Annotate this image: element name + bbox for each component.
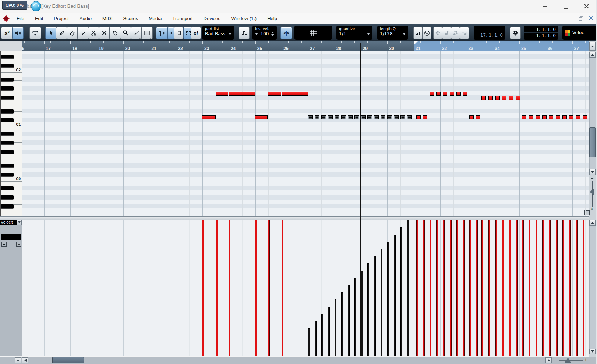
hscroll-right-button[interactable]	[545, 357, 552, 363]
midi-note[interactable]	[443, 92, 447, 96]
velocity-bar[interactable]	[456, 220, 458, 356]
vscroll-up-button[interactable]	[589, 52, 596, 58]
midi-note[interactable]	[387, 115, 392, 119]
menu-item-project[interactable]: Project	[50, 14, 72, 23]
menu-item-file[interactable]: File	[13, 14, 28, 23]
velocity-bar[interactable]	[367, 263, 369, 356]
velocity-bar[interactable]	[556, 220, 558, 356]
record-pitch-button[interactable]	[442, 27, 451, 39]
menu-item-media[interactable]: Media	[145, 14, 165, 23]
left-locator-flag-icon[interactable]	[414, 41, 418, 45]
velocity-bar[interactable]	[436, 220, 438, 356]
midi-note[interactable]	[348, 115, 353, 119]
velocity-bar[interactable]	[268, 220, 270, 356]
velocity-bar[interactable]	[348, 285, 350, 356]
velocity-bar[interactable]	[387, 242, 389, 356]
midi-note[interactable]	[255, 115, 268, 119]
lane-scroll-track[interactable]	[589, 226, 596, 349]
spin-down-icon[interactable]	[271, 34, 274, 36]
midi-note[interactable]	[394, 115, 399, 119]
acoustic-feedback-button[interactable]	[12, 27, 24, 39]
piano-key-black[interactable]	[1, 173, 14, 177]
midi-note[interactable]	[354, 115, 359, 119]
midi-note[interactable]	[321, 115, 326, 119]
midi-note[interactable]	[469, 115, 474, 119]
velocity-bar[interactable]	[522, 220, 524, 356]
piano-key-black[interactable]	[1, 132, 14, 136]
velocity-bar[interactable]	[229, 220, 230, 356]
length-quantize-field[interactable]: length Q 1/128	[377, 26, 408, 40]
velocity-bar[interactable]	[481, 220, 483, 356]
hzoom-out-label[interactable]: −	[554, 357, 557, 363]
midi-note[interactable]	[502, 96, 506, 100]
midi-note[interactable]	[361, 115, 366, 119]
glue-tool[interactable]	[109, 27, 121, 39]
midi-note[interactable]	[423, 115, 427, 119]
velocity-spinner[interactable]	[271, 32, 274, 36]
velocity-bar[interactable]	[202, 220, 204, 356]
velocity-bar[interactable]	[463, 220, 465, 356]
midi-note[interactable]	[536, 115, 540, 119]
velocity-bar[interactable]	[335, 299, 336, 356]
velocity-lane[interactable]	[22, 220, 589, 356]
midi-note[interactable]	[463, 92, 467, 96]
midi-note[interactable]	[542, 115, 547, 119]
vscroll-thumb[interactable]	[589, 127, 596, 157]
midi-note[interactable]	[335, 115, 339, 119]
piano-key-black[interactable]	[1, 195, 14, 200]
velocity-bar[interactable]	[394, 235, 396, 356]
piano-keyboard[interactable]: C2C1C0	[0, 51, 22, 216]
hzoom-in-label[interactable]: +	[584, 357, 587, 363]
solo-editor-button[interactable]: se	[1, 27, 13, 39]
velocity-bar[interactable]	[569, 220, 571, 356]
split-tool[interactable]	[88, 27, 99, 39]
record-noteon-button[interactable]	[451, 27, 460, 39]
step-input-button[interactable]	[239, 27, 250, 39]
piano-key-black[interactable]	[1, 96, 14, 100]
velocity-bar[interactable]	[341, 292, 343, 356]
piano-key-black[interactable]	[1, 186, 14, 191]
midi-note[interactable]	[488, 96, 493, 100]
midi-note[interactable]	[569, 115, 573, 119]
velocity-bar[interactable]	[423, 220, 425, 356]
controller-selector[interactable]: Velocit	[0, 220, 17, 225]
midi-note[interactable]	[562, 115, 567, 119]
velocity-bar[interactable]	[416, 220, 418, 356]
midi-note[interactable]	[456, 92, 461, 96]
move-insert-mode-button[interactable]	[433, 27, 442, 39]
menu-item-edit[interactable]: Edit	[31, 14, 47, 23]
velocity-bar[interactable]	[315, 321, 317, 356]
dropdown-arrow-icon[interactable]	[403, 33, 406, 35]
mdi-restore-button[interactable]	[577, 15, 584, 21]
midi-note[interactable]	[374, 115, 379, 119]
menu-item-help[interactable]: Help	[264, 14, 281, 23]
piano-key-black[interactable]	[1, 164, 14, 168]
show-info-button[interactable]	[29, 27, 41, 39]
menu-item-transport[interactable]: Transport	[169, 14, 196, 23]
midi-connector-button[interactable]	[422, 27, 431, 39]
lane-scroll-up-button[interactable]	[589, 220, 596, 226]
note-grid[interactable]	[22, 51, 589, 216]
step-position-display[interactable]: 17. 1. 1. 0	[474, 26, 505, 40]
piano-key-black[interactable]	[1, 64, 14, 68]
hscroll-left-button[interactable]	[22, 357, 28, 363]
midi-note[interactable]	[549, 115, 553, 119]
midi-note[interactable]	[282, 92, 308, 96]
event-indicator-button[interactable]	[413, 27, 423, 39]
part-list-field[interactable]: part list Bad Bass	[202, 26, 234, 40]
midi-note[interactable]	[436, 92, 441, 96]
minimize-button[interactable]	[540, 2, 551, 10]
velocity-bar[interactable]	[495, 220, 497, 356]
mute-tool[interactable]	[99, 27, 110, 39]
close-button[interactable]	[581, 2, 592, 10]
hscroll-thumb[interactable]	[52, 357, 84, 363]
velocity-bar[interactable]	[450, 220, 452, 356]
menu-item-audio[interactable]: Audio	[76, 14, 95, 23]
velocity-bar[interactable]	[374, 256, 376, 356]
midi-note[interactable]	[509, 96, 513, 100]
show-part-borders-button[interactable]	[174, 27, 183, 39]
hzoom-slider-handle[interactable]	[565, 358, 571, 363]
velocity-bar[interactable]	[430, 220, 431, 356]
zoom-out-label[interactable]: −	[591, 176, 593, 181]
midi-note[interactable]	[576, 115, 580, 119]
